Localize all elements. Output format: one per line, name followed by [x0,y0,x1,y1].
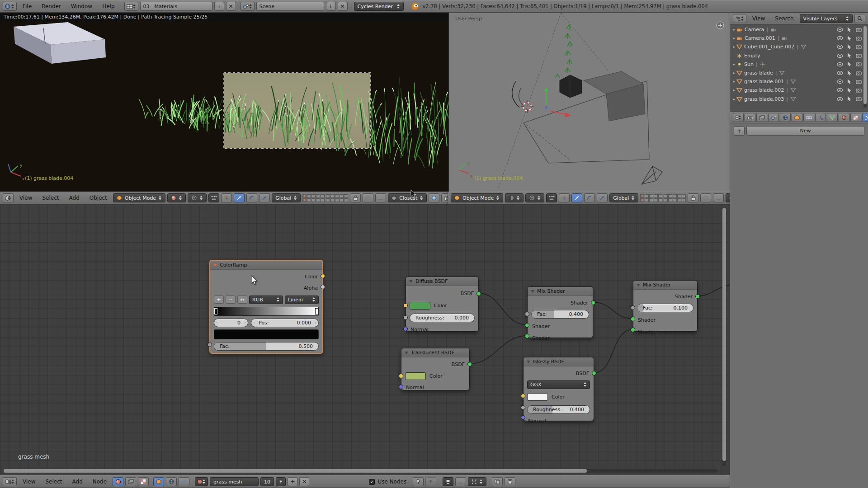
editor-type-node-button[interactable] [3,477,17,486]
outliner-row-grass-blade[interactable]: ▸ grass blade| [730,69,868,77]
socket-in-color[interactable] [399,374,403,378]
node-diffuse-bsdf[interactable]: Diffuse BSDF BSDF Color Roughness: 0.000… [406,277,479,332]
socket-out-alpha[interactable] [321,285,325,289]
color-swatch[interactable] [405,372,426,380]
use-nodes-toggle[interactable]: ✓ Use Nodes [369,479,406,485]
horizontal-scrollbar[interactable] [4,469,718,473]
socket-in-shader2[interactable] [631,328,635,332]
tab-constraints[interactable] [803,113,814,122]
node-glossy-bsdf[interactable]: Glossy BSDF BSDF GGX Color Roughness: 0.… [523,357,594,421]
ramp-stop-white[interactable] [315,308,318,314]
scene-name-field[interactable]: Scene [256,2,324,11]
outliner-row-camera[interactable]: ▸ Camera| [730,25,868,34]
socket-out-bsdf[interactable] [592,371,596,375]
tab-render[interactable] [745,113,755,122]
layers-widget[interactable] [640,194,686,202]
copy-nodes-button[interactable] [492,477,503,486]
outliner-scrollbar-thumb[interactable] [863,26,867,104]
selectability-cursor-icon[interactable] [847,70,852,76]
renderability-camera-icon[interactable] [856,62,862,66]
node-header[interactable]: ColorRamp [210,261,322,270]
add-particle-system-button[interactable]: + [734,127,745,136]
snap-node-element-select[interactable] [468,477,486,486]
editor-type-outliner-button[interactable] [733,14,746,23]
outliner-row-camera-001[interactable]: ▸ Camera.001| [730,34,868,42]
snap-node-toggle-button[interactable] [443,477,453,486]
menu-node[interactable]: Node [89,476,111,488]
tab-texture[interactable] [850,113,861,122]
manipulator-axes-button[interactable] [221,193,232,202]
screen-layout-name-field[interactable]: 03 - Materials [140,2,212,11]
ramp-stop-black[interactable] [214,308,217,314]
scene-browse-button[interactable] [241,2,255,11]
renderability-camera-icon[interactable] [856,53,862,58]
renderability-camera-icon[interactable] [856,80,862,84]
screen-layout-browse-button[interactable] [124,2,138,11]
pivot-point-select[interactable] [188,193,207,202]
outliner-row-empty[interactable]: Empty [730,52,868,60]
shader-type-linestyle-button[interactable] [179,477,189,486]
disclosure-icon[interactable]: ▸ [732,28,736,32]
vertical-scrollbar-thumb[interactable] [722,208,726,461]
viewport-shading-select[interactable] [505,193,524,202]
outliner-search-button[interactable] [854,14,865,23]
roughness-slider[interactable]: Roughness: 0.000 [410,314,475,322]
checkbox-checked-icon[interactable]: ✓ [369,479,375,485]
ramp-stop-index-stepper[interactable]: ‹ 0 › [214,319,248,327]
proportional-edit-button[interactable] [363,193,373,202]
new-particle-system-button[interactable]: New [746,126,864,136]
rendered-viewport[interactable]: Time:00:17.61 | Mem:134.26M, Peak:176.42… [0,13,448,192]
manipulator-axes-button[interactable] [559,193,570,202]
menu-object[interactable]: Object [85,192,111,204]
render-engine-select[interactable]: Cycles Render [354,2,404,11]
stepper-right-arrow-icon[interactable]: › [315,320,316,325]
ramp-stop-color-swatch[interactable] [214,329,319,339]
transform-orientation-select[interactable]: Global [272,193,301,202]
menu-view[interactable]: View [748,13,769,24]
pin-button[interactable] [413,477,424,486]
visibility-eye-icon[interactable] [837,36,843,40]
ramp-color-mode-select[interactable]: RGB [249,296,283,304]
menu-render[interactable]: Render [38,0,65,12]
vertical-scrollbar[interactable] [722,208,726,466]
stepper-left-arrow-icon[interactable]: ‹ [216,320,218,325]
disclosure-icon[interactable]: ▸ [732,88,736,92]
tab-object[interactable] [792,113,802,122]
translate-manipulator-button[interactable] [234,193,245,202]
node-mix-shader-2[interactable]: Mix Shader Shader Fac: 0.100 Shader Shad… [633,280,698,332]
fac-slider[interactable]: Fac: 0.400 [531,310,589,319]
socket-out-color[interactable] [321,274,325,278]
selectability-cursor-icon[interactable] [847,79,852,84]
menu-add[interactable]: Add [68,476,87,488]
visibility-eye-icon[interactable] [837,62,843,66]
tree-type-texture-button[interactable] [138,477,149,486]
outliner-row-sun[interactable]: ▸ Sun| [730,60,868,69]
tab-material[interactable] [839,113,849,122]
node-header[interactable]: Mix Shader [633,281,697,290]
new-material-button[interactable]: + [288,477,297,486]
horizontal-scrollbar-thumb[interactable] [4,469,587,473]
node-header[interactable]: Diffuse BSDF [406,277,478,286]
collapse-triangle-icon[interactable] [637,284,640,286]
collapse-triangle-icon[interactable] [213,264,217,267]
socket-out-bsdf[interactable] [476,291,481,296]
paste-nodes-button[interactable] [505,477,515,486]
snap-target-button[interactable] [429,193,439,202]
socket-in-shader1[interactable] [631,317,635,321]
socket-in-normal[interactable] [521,415,525,420]
renderability-camera-icon[interactable] [856,28,862,32]
menu-select[interactable]: Select [41,476,66,488]
node-header[interactable]: Mix Shader [528,287,593,296]
visibility-eye-icon[interactable] [837,71,843,75]
menu-search[interactable]: Search [771,13,797,24]
renderability-camera-icon[interactable] [856,71,862,75]
mode-select[interactable]: Object Mode [451,193,503,202]
renderability-camera-icon[interactable] [856,88,862,93]
fac-slider[interactable]: Fac: 0.100 [637,304,693,312]
menu-select[interactable]: Select [38,192,63,204]
shader-type-world-button[interactable] [166,477,177,486]
stepper-right-arrow-icon[interactable]: › [244,320,246,325]
fake-user-button[interactable]: F [276,477,286,486]
translate-manipulator-button[interactable] [571,193,582,202]
collapse-triangle-icon[interactable] [405,352,408,354]
